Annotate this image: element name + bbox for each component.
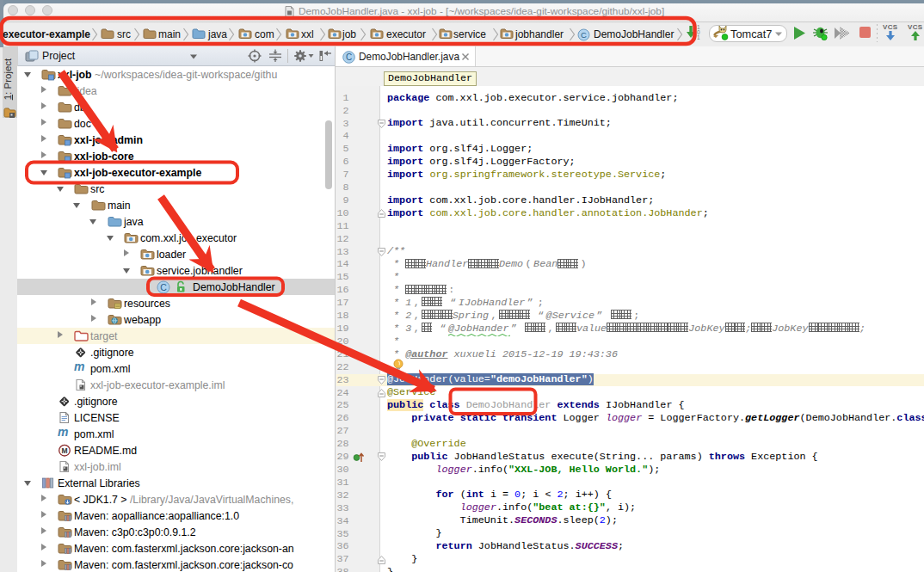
svg-text:C: C — [160, 282, 167, 292]
svg-text:M: M — [61, 446, 67, 455]
svg-text:C: C — [581, 30, 587, 40]
svg-text:C: C — [346, 52, 352, 62]
